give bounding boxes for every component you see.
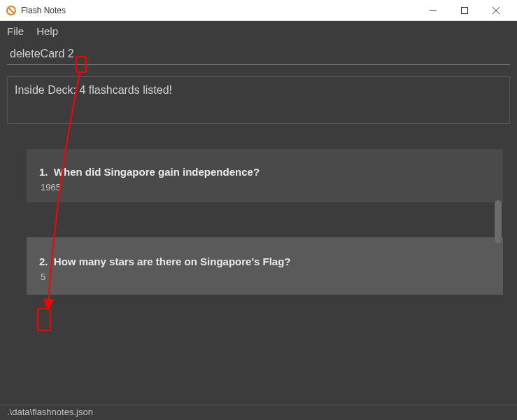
footer: .\data\flashnotes.json xyxy=(0,405,517,420)
titlebar: Flash Notes xyxy=(0,0,517,21)
card-item[interactable]: 1. When did Singapore gain independence?… xyxy=(27,149,503,202)
window-title: Flash Notes xyxy=(21,6,417,15)
status-text: Inside Deck: 4 flashcards listed! xyxy=(15,84,172,96)
card-number: 1. xyxy=(39,166,48,178)
status-box: Inside Deck: 4 flashcards listed! xyxy=(7,76,510,124)
card-question-text: How many stars are there on Singapore's … xyxy=(54,255,291,267)
maximize-button[interactable] xyxy=(448,1,480,20)
scrollbar[interactable] xyxy=(495,200,502,244)
svg-rect-3 xyxy=(461,7,467,13)
svg-line-1 xyxy=(8,8,14,13)
menubar: File Help xyxy=(0,21,517,41)
minimize-button[interactable] xyxy=(417,1,448,20)
card-number: 2. xyxy=(39,255,48,267)
card-answer: 1965 xyxy=(39,182,490,192)
menu-file[interactable]: File xyxy=(7,25,24,37)
app-icon xyxy=(6,5,17,16)
app-body: File Help Inside Deck: 4 flashcards list… xyxy=(0,21,517,420)
annotation-highlight-box xyxy=(37,308,51,331)
footer-path: .\data\flashnotes.json xyxy=(7,407,93,417)
annotation-highlight-box xyxy=(76,56,87,73)
card-answer: 5 xyxy=(39,272,490,282)
window-controls xyxy=(417,1,511,20)
card-question: 2. How many stars are there on Singapore… xyxy=(39,255,490,267)
card-item[interactable]: 2. How many stars are there on Singapore… xyxy=(27,237,503,295)
cards-container: 1. When did Singapore gain independence?… xyxy=(0,124,517,405)
card-question-text: When did Singapore gain independence? xyxy=(54,166,260,178)
menu-help[interactable]: Help xyxy=(36,25,58,37)
card-question: 1. When did Singapore gain independence? xyxy=(39,166,490,178)
close-button[interactable] xyxy=(480,1,511,20)
